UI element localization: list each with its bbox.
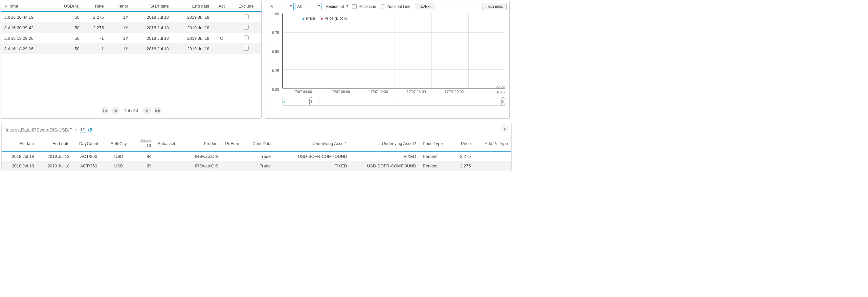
cell-a2: USD-SOFR-COMPOUND <box>350 161 420 171</box>
exclude-checkbox[interactable] <box>244 35 249 40</box>
pager-first-icon[interactable]: ▮◀ <box>101 107 109 114</box>
tech-indic-button[interactable]: Tech indic <box>482 3 507 10</box>
price-line-label: Price Line <box>359 4 376 9</box>
col-exclude[interactable]: Exclude <box>230 1 261 11</box>
table-row[interactable]: 2018 Jul 182019 Jul 18ACT/360USDIRIRSwap… <box>2 151 512 161</box>
cell-a1: USD-SOFR-COMPOUND <box>281 151 350 161</box>
col-under-asset2[interactable]: Underlying Asset2 <box>350 136 420 151</box>
col-subasset[interactable]: Subasset <box>154 136 185 151</box>
cell-rate: 2.275 <box>83 11 107 22</box>
details-panel: ▲ InterestRate:IRSwap:OIS/USD/T » 1Y ↺ E… <box>1 123 512 171</box>
cell-tenor: 1Y <box>107 22 131 33</box>
cell-tenor: 1Y <box>107 11 131 22</box>
cell-time: Jul 16 18:29:26 <box>1 33 52 44</box>
cell-rate: -1 <box>83 44 107 54</box>
table-row[interactable]: 2018 Jul 182019 Jul 18ACT/360USDIRIRSwap… <box>2 161 512 171</box>
cell-subasset <box>154 151 185 161</box>
pager-next-icon[interactable]: ▶ <box>143 107 151 114</box>
col-end[interactable]: End date <box>172 1 213 11</box>
details-table: Eff date End date DayCount Sett Ccy Asse… <box>2 136 512 171</box>
col-act[interactable]: Act <box>213 1 230 11</box>
pager-last-icon[interactable]: ▶▮ <box>154 107 162 114</box>
col-product[interactable]: Product <box>185 136 222 151</box>
notional-line-checkbox[interactable] <box>381 4 385 9</box>
x-tick: 00:0018/07 <box>496 86 505 94</box>
filter-select[interactable]: All <box>296 3 322 10</box>
exclude-checkbox[interactable] <box>244 14 249 19</box>
sort-desc-icon: ▼ <box>4 5 7 8</box>
cell-sett: USD <box>104 161 133 171</box>
col-tenor[interactable]: Tenor <box>107 1 131 11</box>
cell-prform <box>222 151 249 161</box>
cell-rate: -1 <box>83 33 107 44</box>
series-select[interactable]: Pr <box>268 3 293 10</box>
range-handle-right[interactable] <box>501 97 505 106</box>
cell-usdm: 50 <box>52 44 83 54</box>
col-time[interactable]: ▼Time <box>1 1 52 11</box>
col-end-date[interactable]: End date <box>37 136 72 151</box>
col-cont-data[interactable]: Cont Data <box>249 136 281 151</box>
range-handle-left[interactable] <box>309 97 313 106</box>
cell-sett: USD <box>104 151 133 161</box>
legend-label: Price <box>306 16 315 21</box>
cell-rate: 2.275 <box>83 22 107 33</box>
col-pr-form[interactable]: Pr Form <box>222 136 249 151</box>
cell-time: Jul 16 20:44:19 <box>1 11 52 22</box>
cell-time: Jul 16 18:29:26 <box>1 44 52 54</box>
col-asset-cl[interactable]: AssetCl <box>133 136 154 151</box>
col-under-asset1[interactable]: Underlying Asset1 <box>281 136 350 151</box>
table-row[interactable]: Jul 16 20:39:42502.2751Y2018 Jul 182019 … <box>1 22 261 33</box>
chart-area[interactable]: 1.00 0.75 0.50 0.25 0.00 Price Price (Bl… <box>268 12 507 98</box>
cell-price: 2.275 <box>453 151 474 161</box>
col-start[interactable]: Start date <box>131 1 172 11</box>
cell-asset: IR <box>133 151 154 161</box>
cell-usdm: 50 <box>52 33 83 44</box>
plot-area: Price Price (Block) <box>282 14 505 88</box>
table-row[interactable]: Jul 16 18:29:2650-11Y2018 Jul 182019 Jul… <box>1 33 261 44</box>
col-rate[interactable]: Rate <box>83 1 107 11</box>
breadcrumb: InterestRate:IRSwap:OIS/USD/T » 1Y ↺ <box>2 125 512 136</box>
col-daycount[interactable]: DayCount <box>73 136 105 151</box>
x-axis: 17/07 04:00 17/07 08:00 17/07 12:00 17/0… <box>282 90 505 94</box>
cell-exclude <box>230 22 261 33</box>
cell-act <box>213 44 230 54</box>
cell-subasset <box>154 161 185 171</box>
cell-contdata: Trade <box>249 151 281 161</box>
table-row[interactable]: Jul 16 18:29:2650-11Y2018 Jul 182019 Jul… <box>1 44 261 54</box>
pointsize-select[interactable]: Medium pt <box>324 3 350 10</box>
pager-prev-icon[interactable]: ◀ <box>111 107 119 114</box>
exclude-checkbox[interactable] <box>244 25 249 30</box>
breadcrumb-current[interactable]: 1Y <box>80 127 86 133</box>
table-row[interactable]: Jul 16 20:44:19502.2751Y2018 Jul 182019 … <box>1 11 261 22</box>
cell-eff: 2018 Jul 18 <box>2 151 37 161</box>
collapse-up-icon[interactable]: ▲ <box>501 125 508 132</box>
cell-act <box>213 11 230 22</box>
cell-start: 2018 Jul 18 <box>131 33 172 44</box>
chevron-right-icon: » <box>74 127 78 133</box>
cell-end: 2019 Jul 18 <box>172 33 213 44</box>
cell-contdata: Trade <box>249 161 281 171</box>
col-price[interactable]: Price <box>453 136 474 151</box>
breadcrumb-path[interactable]: InterestRate:IRSwap:OIS/USD/T <box>6 127 72 133</box>
exclude-checkbox[interactable] <box>244 46 249 51</box>
cell-a1: FIXED <box>281 161 350 171</box>
inc-exc-button[interactable]: Inc/Exc <box>415 3 435 10</box>
cell-usdm: 50 <box>52 22 83 33</box>
cell-eff: 2018 Jul 18 <box>2 161 37 171</box>
x-tick: 17/07 08:00 <box>331 90 350 94</box>
time-range-slider[interactable] <box>282 98 505 106</box>
col-add-pr-type[interactable]: Add Pr Type <box>474 136 512 151</box>
back-icon[interactable]: ↺ <box>88 126 93 134</box>
y-tick: 1.00 <box>272 12 279 16</box>
col-usdm[interactable]: USD(M) <box>52 1 83 11</box>
cell-ptype: Percent <box>420 161 453 171</box>
cell-end: 2019 Jul 18 <box>172 22 213 33</box>
price-line-checkbox[interactable] <box>352 4 356 9</box>
col-eff-date[interactable]: Eff date <box>2 136 37 151</box>
legend-dot-priceblock-icon <box>321 18 323 20</box>
cell-end: 2019 Jul 18 <box>37 151 72 161</box>
col-sett-ccy[interactable]: Sett Ccy <box>104 136 133 151</box>
cell-product: IRSwap:OIS <box>185 161 222 171</box>
cell-a2: FIXED <box>350 151 420 161</box>
col-price-type[interactable]: Price Type <box>420 136 453 151</box>
